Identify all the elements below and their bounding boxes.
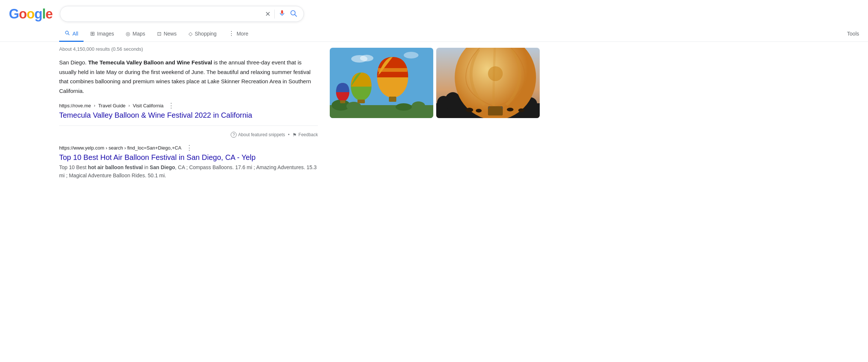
all-icon: [64, 30, 70, 37]
svg-rect-12: [378, 68, 407, 72]
tab-all[interactable]: All: [59, 26, 84, 42]
tab-tools-label: Tools: [847, 31, 859, 37]
feedback-item[interactable]: ⚑ Feedback: [292, 132, 318, 138]
svg-point-21: [360, 55, 373, 61]
second-result-title[interactable]: Top 10 Best Hot Air Balloon Festival in …: [59, 153, 255, 161]
search-input[interactable]: hot air balloon: [66, 10, 261, 18]
results-right: [330, 46, 540, 180]
result-url-row: https://rove.me › Travel Guide › Visit C…: [59, 101, 318, 110]
svg-point-8: [396, 103, 412, 111]
result-image-2[interactable]: [436, 48, 540, 118]
footer-dot: •: [288, 132, 289, 137]
mic-icon[interactable]: [278, 9, 286, 19]
featured-result-title[interactable]: Temecula Valley Balloon & Wine Festival …: [59, 111, 252, 119]
search-bar-icons: ✕: [265, 9, 298, 19]
balloon-image-1-svg: [330, 48, 433, 118]
snippet-divider: [59, 125, 318, 126]
svg-point-31: [488, 66, 503, 81]
snippet-bold-text: The Temecula Valley Balloon and Wine Fes…: [88, 59, 212, 66]
feedback-label: Feedback: [298, 132, 318, 137]
search-bar-divider: [274, 10, 275, 19]
svg-rect-17: [357, 100, 365, 103]
result-image-1[interactable]: [330, 48, 433, 118]
tab-news[interactable]: ⊡ News: [152, 27, 182, 41]
more-dots-icon: ⋮: [228, 30, 234, 37]
result-url: https://rove.me: [59, 103, 91, 108]
nav-tabs: All ⊞ Images ◎ Maps ⊡ News ◇ Shopping ⋮ …: [0, 23, 868, 42]
svg-line-1: [295, 14, 296, 16]
tab-images[interactable]: ⊞ Images: [85, 27, 119, 42]
second-search-result: https://www.yelp.com › search › find_loc…: [59, 144, 318, 180]
second-result-options-icon[interactable]: ⋮: [186, 144, 193, 152]
tab-maps-label: Maps: [132, 31, 145, 37]
svg-point-22: [404, 52, 418, 58]
snippet-text: San Diego. The Temecula Valley Balloon a…: [59, 58, 318, 95]
svg-point-35: [466, 108, 473, 112]
second-result-description: Top 10 Best hot air balloon festival in …: [59, 163, 318, 180]
svg-point-36: [476, 109, 482, 113]
snippet-footer: ? About featured snippets • ⚑ Feedback: [59, 132, 318, 138]
second-result-url-row: https://www.yelp.com › search › find_loc…: [59, 144, 318, 152]
svg-rect-11: [377, 74, 408, 77]
results-left: About 4,150,000 results (0.56 seconds) S…: [59, 46, 318, 180]
about-snippets-item[interactable]: ? About featured snippets: [231, 132, 285, 138]
clear-icon[interactable]: ✕: [265, 10, 271, 18]
svg-point-38: [518, 108, 524, 112]
tab-shopping[interactable]: ◇ Shopping: [183, 27, 222, 41]
news-icon: ⊡: [157, 31, 162, 37]
feedback-icon: ⚑: [292, 132, 297, 138]
header: Google hot air balloon ✕: [0, 0, 868, 22]
search-submit-icon[interactable]: [289, 9, 298, 19]
search-bar: hot air balloon ✕: [60, 6, 304, 22]
tab-tools[interactable]: Tools: [842, 27, 868, 41]
tab-maps[interactable]: ◎ Maps: [121, 27, 150, 41]
svg-rect-32: [488, 106, 503, 115]
svg-rect-19: [340, 100, 345, 103]
tab-shopping-label: Shopping: [195, 31, 217, 37]
breadcrumb-arrow-1: ›: [94, 103, 95, 108]
breadcrumb-travel: Travel Guide: [98, 103, 126, 108]
tab-more[interactable]: ⋮ More: [223, 26, 254, 42]
snippet-text-before: San Diego.: [59, 59, 88, 66]
result-options-icon[interactable]: ⋮: [168, 101, 174, 110]
about-snippets-label: About featured snippets: [238, 132, 285, 137]
images-icon: ⊞: [90, 30, 95, 37]
svg-point-37: [507, 108, 513, 111]
shopping-icon: ◇: [189, 31, 193, 37]
second-result-url: https://www.yelp.com › search › find_loc…: [59, 145, 182, 151]
search-bar-wrapper: hot air balloon ✕: [60, 6, 304, 22]
breadcrumb-arrow-2: ›: [129, 103, 130, 108]
tab-more-label: More: [237, 31, 248, 37]
result-stats: About 4,150,000 results (0.56 seconds): [59, 46, 318, 52]
tab-news-label: News: [164, 31, 177, 37]
google-logo[interactable]: Google: [9, 6, 52, 22]
tab-all-label: All: [72, 31, 78, 37]
question-icon: ?: [231, 132, 237, 138]
results-area: About 4,150,000 results (0.56 seconds) S…: [0, 42, 868, 180]
featured-snippet: San Diego. The Temecula Valley Balloon a…: [59, 58, 318, 120]
balloon-image-2-svg: [436, 48, 540, 118]
tab-images-label: Images: [97, 31, 114, 37]
maps-icon: ◎: [126, 31, 130, 37]
svg-point-9: [412, 101, 425, 110]
svg-line-3: [68, 34, 69, 35]
breadcrumb-california: Visit California: [133, 103, 163, 108]
